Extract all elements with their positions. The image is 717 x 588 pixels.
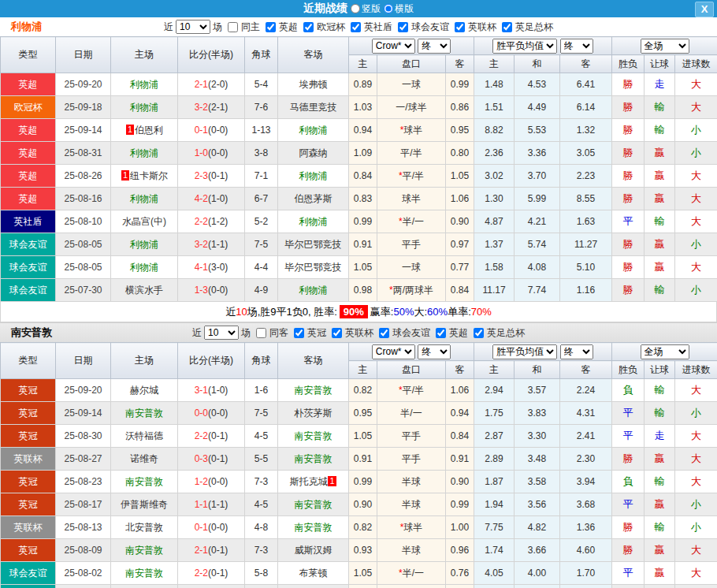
asia-home-odds: 0.98 xyxy=(349,279,377,302)
result-goals: 大 xyxy=(675,379,717,402)
home-team-cell: 爱斯宾奴(中) xyxy=(111,585,178,588)
league-filter-checkbox[interactable] xyxy=(436,328,446,338)
euro-home-avg: 4.87 xyxy=(474,210,515,233)
match-date: 25-07-26 xyxy=(56,585,111,588)
match-row: 英超 25-08-16 利物浦 4-2(1-0) 6-7 伯恩茅斯 0.83 球… xyxy=(1,188,717,210)
result-wdl: 勝 xyxy=(612,516,645,539)
asia-handicap-line: *平/半 xyxy=(377,165,446,188)
league-filter-checkbox[interactable] xyxy=(474,328,484,338)
asia-away-odds: 0.80 xyxy=(446,142,474,165)
league-filter-checkbox[interactable] xyxy=(266,22,276,32)
odds-source-select[interactable]: Crow* xyxy=(372,344,415,359)
euro-draw-avg: 4.00 xyxy=(515,562,560,585)
euro-away-avg: 2.41 xyxy=(560,425,612,448)
asia-stage-select[interactable]: 终 xyxy=(418,39,451,54)
match-row: 英超 25-09-14 1伯恩利 0-1(0-0) 1-13 利物浦 0.94 … xyxy=(1,119,717,142)
away-team-cell: 布莱顿 xyxy=(278,562,349,585)
euro-odds-header: 胜平负均值 终 xyxy=(474,37,612,55)
league-filter-checkbox[interactable] xyxy=(351,22,361,32)
result-wdl: 勝 xyxy=(612,279,645,302)
asia-handicap-line: *平/半 xyxy=(377,379,446,402)
subcol-0: 主 xyxy=(349,55,377,73)
score-cell: 0-0(0-0) xyxy=(178,402,245,425)
home-team-cell: 1纽卡斯尔 xyxy=(111,165,178,188)
league-filter-label: 英足总杯 xyxy=(515,20,553,34)
same-venue-checkbox[interactable] xyxy=(228,22,238,32)
euro-home-avg: 7.75 xyxy=(474,516,515,539)
close-icon[interactable]: X xyxy=(695,2,714,17)
asia-away-odds: 1.06 xyxy=(446,379,474,402)
home-team-cell: 南安普敦 xyxy=(111,539,178,562)
team-name: 毕尔巴鄂竞技 xyxy=(285,262,342,273)
match-row: 英冠 25-09-14 南安普敦 0-0(0-0) 7-5 朴茨茅斯 0.95 … xyxy=(1,402,717,425)
away-team-cell: 马德里竞技 xyxy=(278,96,349,119)
euro-avg-select[interactable]: 胜平负均值 xyxy=(492,39,557,54)
vertical-radio-input[interactable] xyxy=(351,4,360,13)
result-goals: 大 xyxy=(675,471,717,493)
asia-stage-select[interactable]: 终 xyxy=(418,344,451,359)
league-filter-checkbox[interactable] xyxy=(455,22,465,32)
horizontal-radio-input[interactable] xyxy=(384,4,393,13)
asia-away-odds: 0.70 xyxy=(446,585,474,588)
recent-count-select[interactable]: 10 xyxy=(204,326,239,340)
euro-stage-select[interactable]: 终 xyxy=(560,344,593,359)
asia-away-odds: 0.95 xyxy=(446,119,474,142)
league-filter-label: 欧冠杯 xyxy=(317,20,345,34)
away-team-cell: 毕尔巴鄂竞技 xyxy=(278,256,349,279)
team-name: 埃弗顿 xyxy=(299,79,328,90)
match-row: 英冠 25-09-20 赫尔城 3-1(1-0) 1-6 南安普敦 0.82 *… xyxy=(1,379,717,402)
matches-table: 类型 日期 主场 比分(半场) 角球 客场 Crow* 终 胜平负均值 终 全场 xyxy=(0,36,717,302)
team-name: 利物浦 xyxy=(130,79,158,90)
result-handicap: 贏 xyxy=(645,539,675,562)
league-filter-label: 球会友谊 xyxy=(411,20,449,34)
layout-radio-vertical[interactable]: 竖版 xyxy=(351,2,381,16)
asia-home-odds: 0.90 xyxy=(349,493,377,516)
match-scope-select[interactable]: 全场 xyxy=(641,39,689,54)
layout-radio-horizontal[interactable]: 横版 xyxy=(384,2,414,16)
home-team-cell: 北安普敦 xyxy=(111,516,178,539)
team-name: 利物浦 xyxy=(299,216,328,227)
league-filter-checkbox[interactable] xyxy=(379,328,389,338)
euro-away-avg: 1.36 xyxy=(560,516,612,539)
corner-cell: 7-1 xyxy=(245,165,278,188)
same-venue-checkbox[interactable] xyxy=(256,328,266,338)
league-badge: 球会友谊 xyxy=(1,279,56,302)
league-filter-checkbox[interactable] xyxy=(502,22,512,32)
asia-away-odds: 0.99 xyxy=(446,493,474,516)
asia-handicap-line: 半球 xyxy=(377,493,446,516)
result-handicap: 輸 xyxy=(645,402,675,425)
league-filter-label: 英社盾 xyxy=(364,20,392,34)
team-name: 诺维奇 xyxy=(130,453,158,464)
corner-cell: 7-6 xyxy=(245,96,278,119)
league-filter-checkbox[interactable] xyxy=(332,328,342,338)
result-goals: 大 xyxy=(675,562,717,585)
odds-source-select[interactable]: Crow* xyxy=(372,39,415,54)
subcol-2: 客 xyxy=(446,361,474,379)
recent-count-select[interactable]: 10 xyxy=(176,20,210,34)
league-filter-checkbox[interactable] xyxy=(294,328,304,338)
result-handicap: 輸 xyxy=(645,279,675,302)
score-cell: 0-1(0-0) xyxy=(178,119,245,142)
score-cell: 3-2(2-1) xyxy=(178,96,245,119)
match-scope-select[interactable]: 全场 xyxy=(641,344,689,359)
away-team-cell: 朴茨茅斯 xyxy=(278,402,349,425)
subcol-5: 客 xyxy=(560,55,612,73)
league-filter-label: 英超 xyxy=(279,20,298,34)
euro-home-avg: 3.02 xyxy=(474,165,515,188)
result-handicap: 輸 xyxy=(645,585,675,588)
result-goals: 小 xyxy=(675,142,717,165)
asia-handicap-line: *球半 xyxy=(377,516,446,539)
team-name: 沃特福德 xyxy=(125,430,163,441)
result-wdl: 負 xyxy=(612,585,645,588)
league-filter-checkbox[interactable] xyxy=(303,22,314,32)
euro-stage-select[interactable]: 终 xyxy=(560,39,593,54)
league-filter-checkbox[interactable] xyxy=(398,22,408,32)
rank-badge: 1 xyxy=(121,170,129,180)
result-handicap: 輸 xyxy=(645,96,675,119)
euro-avg-select[interactable]: 胜平负均值 xyxy=(492,344,557,359)
euro-away-avg: 2.30 xyxy=(560,448,612,471)
euro-away-avg: 3.05 xyxy=(560,142,612,165)
euro-draw-avg: 3.70 xyxy=(515,165,560,188)
away-team-cell: 毕尔巴鄂竞技 xyxy=(278,233,349,256)
euro-away-avg: 2.24 xyxy=(560,379,612,402)
